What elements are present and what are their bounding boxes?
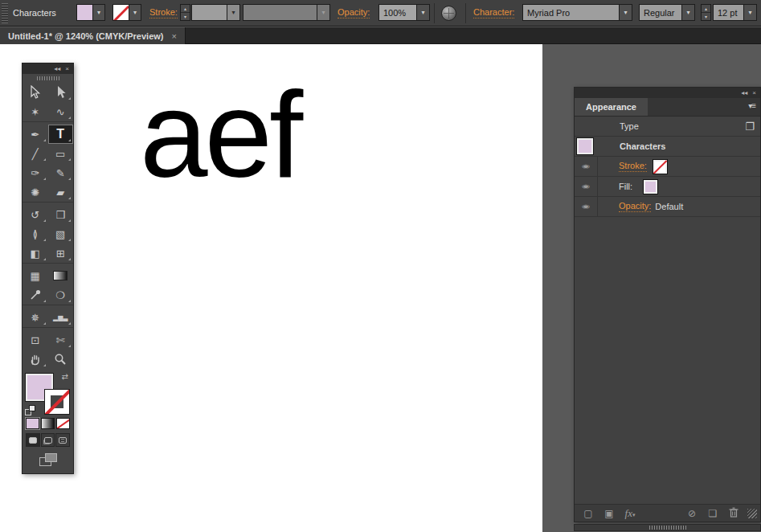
stepper-down-icon[interactable]: ▾ (181, 13, 190, 20)
mesh-tool[interactable]: ▦ (23, 266, 48, 285)
brush-definition-value[interactable] (243, 4, 317, 21)
collapse-panel-icon[interactable]: ◂◂ (741, 90, 747, 96)
add-new-stroke-icon[interactable]: ▢ (578, 508, 599, 519)
fill-color-swatch[interactable] (77, 5, 92, 20)
recolor-artwork-icon[interactable] (441, 6, 456, 21)
eraser-tool[interactable]: ▰ (48, 182, 74, 202)
selection-tool[interactable] (23, 83, 48, 102)
shape-builder-tool[interactable]: ◧ (23, 243, 48, 263)
stroke-proxy-swatch[interactable] (45, 390, 69, 414)
chevron-down-icon[interactable]: ▾ (92, 5, 104, 20)
gradient-button[interactable] (41, 418, 55, 429)
chevron-down-icon[interactable]: ▾ (620, 4, 632, 21)
chevron-down-icon[interactable]: ▾ (227, 4, 240, 21)
brush-definition-dropdown[interactable]: ▾ (243, 4, 330, 21)
close-icon[interactable]: × (752, 90, 756, 96)
artboard-canvas[interactable]: aef (0, 44, 542, 532)
opacity-combo[interactable]: 100% ▾ (378, 4, 430, 21)
artboard-tool[interactable]: ⊡ (23, 330, 48, 350)
stepper-up-icon[interactable]: ▴ (702, 5, 710, 13)
stroke-color-combo[interactable]: ▾ (113, 4, 141, 21)
chevron-down-icon[interactable]: ▾ (417, 4, 430, 21)
slice-tool[interactable]: ✄ (48, 330, 74, 350)
type-tool[interactable]: T (48, 125, 74, 144)
fill-pink-swatch[interactable] (644, 180, 657, 194)
add-new-effect-icon[interactable]: fx▾ (620, 507, 640, 520)
trash-icon[interactable] (723, 507, 744, 520)
stroke-none-swatch[interactable] (113, 5, 129, 20)
draw-behind-button[interactable] (41, 433, 55, 447)
pencil-tool[interactable]: ✎ (48, 163, 74, 182)
visibility-eye-icon[interactable]: ◉ (582, 183, 590, 190)
collapse-panel-icon[interactable]: ◂◂ (54, 66, 60, 72)
font-size-dropdown[interactable]: 12 pt ▾ (713, 4, 757, 21)
canvas-text-object[interactable]: aef (140, 73, 300, 195)
stroke-weight-stepper[interactable]: ▴ ▾ (180, 4, 190, 21)
pen-tool[interactable]: ✒ (23, 125, 48, 144)
direct-selection-tool[interactable] (48, 83, 74, 102)
opacity-link-label[interactable]: Opacity: (338, 7, 370, 18)
font-size-value[interactable]: 12 pt (713, 4, 744, 21)
chevron-down-icon[interactable]: ▾ (317, 4, 330, 21)
blob-brush-tool[interactable]: ✺ (23, 182, 48, 202)
width-tool[interactable]: ≬ (23, 224, 48, 243)
default-fill-stroke-icon[interactable] (25, 405, 35, 415)
change-screen-mode-icon[interactable] (39, 453, 57, 466)
character-link-label[interactable]: Character: (473, 7, 514, 18)
none-button[interactable] (56, 418, 70, 429)
document-tab[interactable]: Untitled-1* @ 1240% (CMYK/Preview) × (0, 27, 186, 44)
chevron-down-icon[interactable]: ▾ (129, 5, 141, 20)
stroke-link-label[interactable]: Stroke: (149, 7, 178, 18)
font-style-value[interactable]: Regular (639, 4, 682, 21)
line-segment-tool[interactable]: ╱ (23, 144, 48, 163)
visibility-eye-icon[interactable]: ◉ (582, 163, 590, 170)
font-family-dropdown[interactable]: Myriad Pro ▾ (522, 4, 632, 21)
stroke-weight-dropdown[interactable]: ▾ (191, 4, 240, 21)
zoom-tool[interactable] (48, 350, 74, 369)
add-new-fill-icon[interactable]: ▣ (599, 508, 620, 519)
clear-appearance-icon[interactable]: ⊘ (681, 508, 702, 519)
gradient-tool[interactable] (48, 266, 74, 285)
close-icon[interactable]: × (172, 31, 177, 41)
opacity-link-label[interactable]: Opacity: (619, 201, 651, 212)
free-transform-tool[interactable]: ▧ (48, 224, 74, 243)
chevron-down-icon[interactable]: ▾ (744, 4, 757, 21)
draw-inside-button[interactable] (55, 433, 70, 447)
tab-appearance[interactable]: Appearance (575, 98, 648, 116)
font-family-value[interactable]: Myriad Pro (522, 4, 620, 21)
swap-fill-stroke-icon[interactable]: ⇄ (62, 372, 68, 381)
dock-splitter[interactable] (574, 524, 761, 531)
draw-normal-button[interactable] (26, 433, 40, 447)
opacity-value[interactable]: 100% (378, 4, 417, 21)
rectangle-tool[interactable]: ▭ (48, 144, 74, 163)
paintbrush-tool[interactable]: ✑ (23, 163, 48, 182)
font-style-dropdown[interactable]: Regular ▾ (639, 4, 695, 21)
symbol-sprayer-tool[interactable]: ✵ (23, 308, 48, 327)
visibility-eye-icon[interactable]: ◉ (582, 203, 590, 210)
appearance-row-opacity[interactable]: ◉ Opacity: Default (575, 197, 760, 217)
perspective-grid-tool[interactable]: ⊞ (48, 243, 74, 263)
appearance-row-fill[interactable]: ◉ Fill: (575, 177, 760, 197)
resize-grip[interactable] (747, 509, 757, 518)
characters-fill-swatch[interactable] (577, 138, 593, 154)
panel-menu-icon[interactable]: ▾≡ (748, 101, 755, 110)
close-icon[interactable]: × (65, 66, 69, 72)
stroke-link-label[interactable]: Stroke: (619, 161, 647, 172)
lasso-tool[interactable]: ∿ (48, 102, 74, 121)
color-button[interactable] (26, 418, 39, 429)
control-bar-grip[interactable] (2, 3, 8, 23)
eyedropper-tool[interactable] (23, 285, 48, 305)
scale-tool[interactable]: ❒ (48, 205, 74, 224)
chevron-down-icon[interactable]: ▾ (682, 4, 695, 21)
stepper-down-icon[interactable]: ▾ (702, 13, 710, 20)
rotate-tool[interactable]: ↺ (23, 205, 48, 224)
column-graph-tool[interactable]: ▂▆▃ (48, 308, 74, 327)
duplicate-stack-icon[interactable]: ❐ (745, 121, 755, 133)
stroke-none-swatch[interactable] (653, 160, 667, 174)
fill-color-combo[interactable]: ▾ (76, 4, 105, 21)
blend-tool[interactable]: ❍ (48, 285, 74, 305)
stepper-up-icon[interactable]: ▴ (181, 5, 190, 13)
font-size-stepper[interactable]: ▴ ▾ (701, 4, 711, 21)
tools-panel-grip[interactable] (23, 74, 73, 83)
appearance-row-stroke[interactable]: ◉ Stroke: (575, 157, 760, 177)
